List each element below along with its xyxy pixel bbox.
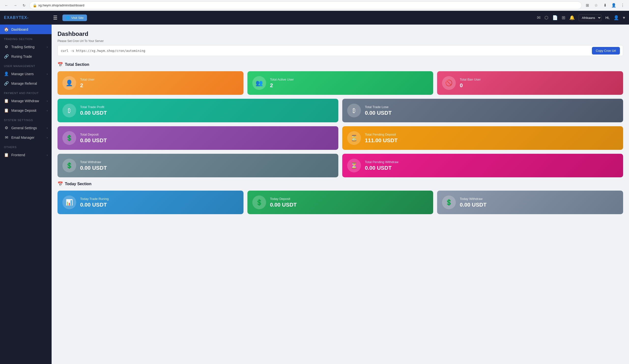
user-avatar[interactable]: 👤 [614, 15, 619, 20]
chevron-right-icon-4: › [47, 109, 48, 112]
frontend-icon: 📋 [4, 152, 9, 157]
trading-setting-label: Trading Setting [11, 45, 34, 49]
total-active-user-icon: 👥 [252, 76, 266, 90]
chevron-right-icon-2: › [47, 72, 48, 75]
deposit-card-info: Total Deposit 0.00 USDT [80, 133, 107, 144]
visit-site-button[interactable]: 🌐 Visit Site [62, 14, 87, 21]
total-withdraw-value: 0.00 USDT [80, 165, 107, 171]
today-deposit-label: Today Deposit [270, 197, 297, 201]
main-content: Dashboard Please Set Cron Url To Your Se… [52, 24, 629, 364]
today-trade-info: Today Trade Runing 0.00 USDT [80, 197, 109, 208]
pending-deposit-icon: ⏳ [347, 131, 361, 145]
total-ban-user-icon: 🚫 [442, 76, 456, 90]
total-active-user-card: 👥 Total Active User 2 [247, 71, 433, 95]
sidebar-item-trading-setting[interactable]: ⚙ Trading Setting › [0, 42, 52, 52]
sidebar-item-general-settings[interactable]: ⚙ General Settings › [0, 123, 52, 133]
today-deposit-info: Today Deposit 0.00 USDT [270, 197, 297, 208]
sidebar-item-dashboard[interactable]: 🏠 Dashboard [0, 24, 52, 34]
pending-deposit-info: Total Pending Deposit 111.00 USDT [365, 133, 398, 144]
total-ban-user-info: Total Ban User 0 [460, 78, 480, 89]
link-icon: 🔗 [4, 54, 9, 59]
today-trade-value: 0.00 USDT [80, 202, 109, 208]
url-text: xg.hwym.shop/admin/dashboard [38, 3, 84, 7]
pending-withdraw-icon: ⏳ [347, 159, 361, 172]
trade-profit-icon: ₿ [62, 104, 76, 118]
download-icon[interactable]: ⬇ [602, 2, 608, 9]
total-section-header: 📅 Total Section [57, 62, 623, 67]
today-deposit-icon: 💲 [252, 196, 266, 209]
chevron-right-icon: › [47, 45, 48, 48]
sidebar: 🏠 Dashboard TRADING SECTION ⚙ Trading Se… [0, 24, 52, 364]
total-pending-withdraw-card: ⏳ Total Pending Withdraw 0.00 USDT [342, 154, 623, 177]
document-icon[interactable]: 📄 [552, 15, 558, 20]
translate-icon[interactable]: ⊞ [584, 2, 591, 9]
total-cards-row3: 💲 Total Deposit 0.00 USDT ⏳ Total Pendin… [57, 126, 623, 150]
total-active-user-value: 2 [270, 82, 294, 89]
trade-profit-value: 0.00 USDT [80, 110, 107, 116]
manage-deposit-label: Manage Deposit [11, 109, 36, 113]
total-active-user-info: Total Active User 2 [270, 78, 294, 89]
sidebar-item-frontend[interactable]: 📋 Frontend › [0, 150, 52, 160]
runing-trade-label: Runing Trade [11, 55, 32, 58]
total-withdraw-label: Total Withdraw [80, 160, 107, 164]
home-icon: 🏠 [4, 27, 9, 32]
total-user-card: 👤 Total User 2 [57, 71, 244, 95]
dropdown-arrow[interactable]: ▾ [623, 15, 625, 20]
deposit-icon: 📋 [4, 108, 9, 113]
today-trade-icon: 📊 [62, 196, 76, 209]
deposit-card-icon: 💲 [62, 131, 76, 145]
section-user-management: USER MANAGEMENT [0, 61, 52, 69]
forward-button[interactable]: → [12, 2, 19, 9]
chevron-right-icon-5: › [47, 126, 48, 129]
section-others: OTHERS [0, 142, 52, 150]
calendar-icon-2: 📅 [57, 181, 63, 187]
email-icon: ✉ [4, 135, 9, 140]
back-button[interactable]: ← [3, 2, 10, 9]
sidebar-item-manage-withdraw[interactable]: 📋 Manage Withdraw › [0, 96, 52, 106]
pending-deposit-label: Total Pending Deposit [365, 133, 398, 136]
main-area: 🏠 Dashboard TRADING SECTION ⚙ Trading Se… [0, 24, 629, 364]
total-trade-lose-card: ₿ Total Trade Lose 0.00 USDT [342, 99, 623, 122]
top-nav: EXABYTEX- ☰ 🌐 Visit Site ✉ ⬡ 📄 ⊞ 🔔 Afrik… [0, 11, 629, 24]
copy-cron-button[interactable]: Copy Cron Url [592, 47, 620, 55]
manage-users-label: Manage Users [11, 72, 34, 76]
trade-lose-info: Total Trade Lose 0.00 USDT [365, 105, 392, 116]
mail-icon[interactable]: ✉ [537, 15, 541, 20]
sidebar-item-manage-deposit[interactable]: 📋 Manage Deposit › [0, 106, 52, 115]
top-nav-icons: ✉ ⬡ 📄 ⊞ 🔔 Afrikaans Hi, 👤 ▾ [537, 14, 625, 21]
chevron-right-icon-3: › [47, 100, 48, 103]
browser-actions: ⊞ ☆ ⬇ 👤 ⋮ [584, 2, 626, 9]
language-selector[interactable]: Afrikaans [579, 14, 602, 21]
address-bar[interactable]: 🔒 xg.hwym.shop/admin/dashboard [29, 1, 582, 9]
sidebar-item-manage-referral[interactable]: 🔗 Manage Referral [0, 79, 52, 88]
sidebar-item-runing-trade[interactable]: 🔗 Runing Trade [0, 52, 52, 61]
manage-withdraw-label: Manage Withdraw [11, 99, 39, 103]
today-trade-runing-card: 📊 Today Trade Runing 0.00 USDT [57, 191, 244, 214]
withdraw-card-icon: 💲 [62, 159, 76, 172]
bookmark-icon[interactable]: ☆ [593, 2, 600, 9]
trade-profit-info: Total Trade Profit 0.00 USDT [80, 105, 107, 116]
total-user-value: 2 [80, 82, 95, 89]
cron-notice: Please Set Cron Url To Your Server [57, 39, 623, 43]
refresh-button[interactable]: ↻ [21, 2, 27, 9]
total-cards-row4: 💲 Total Withdraw 0.00 USDT ⏳ Total Pendi… [57, 154, 623, 177]
chevron-right-icon-6: › [47, 136, 48, 139]
today-deposit-card: 💲 Today Deposit 0.00 USDT [247, 191, 433, 214]
total-pending-deposit-card: ⏳ Total Pending Deposit 111.00 USDT [342, 126, 623, 150]
hamburger-button[interactable]: ☰ [51, 14, 59, 22]
menu-icon[interactable]: ⋮ [619, 2, 626, 9]
trade-profit-label: Total Trade Profit [80, 105, 107, 109]
today-section-header: 📅 Today Section [57, 181, 623, 187]
section-trading: TRADING SECTION [0, 34, 52, 42]
user-icon: 👤 [4, 71, 9, 76]
cube-icon[interactable]: ⬡ [544, 15, 548, 20]
dashboard-label: Dashboard [11, 27, 28, 31]
profile-icon[interactable]: 👤 [610, 2, 617, 9]
grid-icon[interactable]: ⊞ [562, 15, 565, 20]
lock-icon: 🔒 [33, 3, 37, 7]
bell-icon[interactable]: 🔔 [569, 15, 575, 20]
total-deposit-card: 💲 Total Deposit 0.00 USDT [57, 126, 338, 150]
sidebar-item-manage-users[interactable]: 👤 Manage Users › [0, 69, 52, 79]
total-ban-user-card: 🚫 Total Ban User 0 [437, 71, 623, 95]
sidebar-item-email-manager[interactable]: ✉ Email Manager › [0, 133, 52, 142]
